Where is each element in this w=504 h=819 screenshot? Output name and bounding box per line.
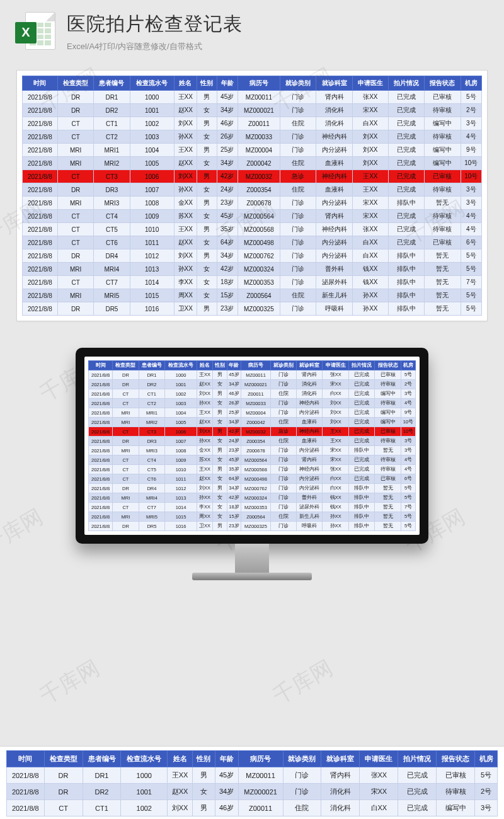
table-cell: CT5 <box>139 465 164 474</box>
table-cell: 已完成 <box>348 370 374 380</box>
table-cell: MRI <box>57 289 93 302</box>
table-cell: 王XX <box>352 170 388 183</box>
table-cell: CT4 <box>94 210 130 223</box>
table-cell: 9号 <box>461 144 481 157</box>
table-cell: 5号 <box>461 249 481 263</box>
table-cell: CT <box>57 236 93 249</box>
table-cell: MZ00011 <box>238 767 283 784</box>
watermark: 千库网 <box>35 654 105 711</box>
table-cell: 排队中 <box>389 289 425 302</box>
column-header: 检查流水号 <box>165 361 197 370</box>
table-row: 2021/8/8MRIMRI21005赵XX女34岁Z000042住院血液科刘X… <box>23 157 482 170</box>
table-cell: 消化科 <box>316 104 352 117</box>
table-cell: MZ000564 <box>241 455 270 465</box>
table-cell: 2021/8/8 <box>23 302 58 316</box>
table-cell: MZ00004 <box>241 408 270 418</box>
table-cell: MZ000564 <box>238 210 280 223</box>
table-cell: 消化科 <box>321 800 360 816</box>
table-cell: 苏XX <box>197 455 213 465</box>
table-cell: 2021/8/8 <box>23 157 58 170</box>
table-cell: 卫XX <box>174 302 197 316</box>
table-cell: 男 <box>213 408 227 418</box>
table-cell: CT5 <box>94 223 130 236</box>
table-cell: 内分泌科 <box>316 236 352 249</box>
table-cell: 15岁 <box>217 289 238 302</box>
table-cell: 女 <box>197 157 217 170</box>
table-cell: 卫XX <box>197 522 213 531</box>
table-cell: 2021/8/8 <box>89 512 113 522</box>
table-cell: MRI1 <box>139 408 164 418</box>
table-cell: Z000678 <box>238 197 280 210</box>
table-cell: 张XX <box>323 465 348 474</box>
table-cell: 42岁 <box>217 170 238 183</box>
table-cell: 15岁 <box>227 512 241 522</box>
table-cell: 女 <box>213 418 227 427</box>
table-cell: 神经内科 <box>297 427 323 437</box>
table-cell: 门诊 <box>280 236 316 249</box>
table-cell: 1012 <box>130 249 174 263</box>
table-cell: 64岁 <box>227 474 241 484</box>
column-header: 就诊科室 <box>297 361 323 370</box>
table-cell: MZ000762 <box>241 484 270 493</box>
table-cell: 编写中 <box>375 408 401 418</box>
table-cell: 孙XX <box>197 437 213 446</box>
table-cell: 1016 <box>165 522 197 531</box>
table-cell: 34岁 <box>227 380 241 389</box>
table-cell: 34岁 <box>217 104 238 117</box>
table-row: 2021/8/8DRDR51016卫XX男23岁MZ000325门诊呼吸科孙XX… <box>23 302 482 316</box>
table-cell: Z00011 <box>241 389 270 399</box>
table-cell: 门诊 <box>270 503 296 512</box>
table-cell: 男 <box>197 91 217 104</box>
column-header: 病历号 <box>241 361 270 370</box>
table-cell: Z000354 <box>238 183 280 197</box>
table-cell: 编写中 <box>375 418 401 427</box>
table-cell: 门诊 <box>270 380 296 389</box>
table-cell: Z000564 <box>238 289 280 302</box>
table-cell: 孙XX <box>174 183 197 197</box>
column-header: 性别 <box>197 76 217 91</box>
table-cell: 消化科 <box>297 389 323 399</box>
table-cell: 女 <box>213 512 227 522</box>
table-cell: Z000042 <box>241 418 270 427</box>
table-cell: 刘XX <box>168 800 193 816</box>
table-cell: 李XX <box>174 276 197 289</box>
table-cell: MZ000568 <box>241 465 270 474</box>
table-cell: CT4 <box>139 455 164 465</box>
table-cell: 34岁 <box>215 784 238 800</box>
table-cell: 张XX <box>352 223 388 236</box>
table-cell: 4号 <box>461 223 481 236</box>
table-cell: DR <box>57 302 93 316</box>
table-cell: 暂无 <box>375 484 401 493</box>
table-cell: 已完成 <box>348 399 374 408</box>
table-cell: 已审核 <box>425 170 461 183</box>
table-cell: 孙XX <box>174 263 197 276</box>
table-cell: DR1 <box>139 370 164 380</box>
table-cell: MRI <box>113 408 139 418</box>
table-cell: 编写中 <box>437 800 475 816</box>
table-row: 2021/8/8CTCT51010王XX男35岁MZ000568门诊神经内科张X… <box>89 465 416 474</box>
column-header: 年龄 <box>215 751 238 767</box>
table-cell: MRI <box>113 418 139 427</box>
table-cell: DR4 <box>94 249 130 263</box>
table-cell: 23岁 <box>227 446 241 455</box>
table-cell: 已审核 <box>437 767 475 784</box>
table-cell: 2021/8/8 <box>89 465 113 474</box>
table-cell: 男 <box>197 197 217 210</box>
table-cell: 46岁 <box>227 389 241 399</box>
table-cell: 暂无 <box>425 276 461 289</box>
table-cell: 1014 <box>130 276 174 289</box>
table-cell: DR5 <box>139 522 164 531</box>
table-cell: DR <box>44 767 83 784</box>
table-cell: MZ00033 <box>241 399 270 408</box>
table-cell: 2021/8/8 <box>23 170 58 183</box>
table-cell: 2021/8/8 <box>23 223 58 236</box>
table-cell: CT2 <box>139 399 164 408</box>
table-cell: 35岁 <box>217 223 238 236</box>
table-cell: 暂无 <box>425 197 461 210</box>
column-header: 检查流水号 <box>121 751 168 767</box>
column-header: 就诊类别 <box>270 361 296 370</box>
table-cell: 已审核 <box>375 370 401 380</box>
table-cell: 排队中 <box>348 522 374 531</box>
table-cell: CT1 <box>83 800 121 816</box>
registry-table-main: 时间检查类型患者编号检查流水号姓名性别年龄病历号就诊类别就诊科室申请医生拍片情况… <box>22 76 482 316</box>
